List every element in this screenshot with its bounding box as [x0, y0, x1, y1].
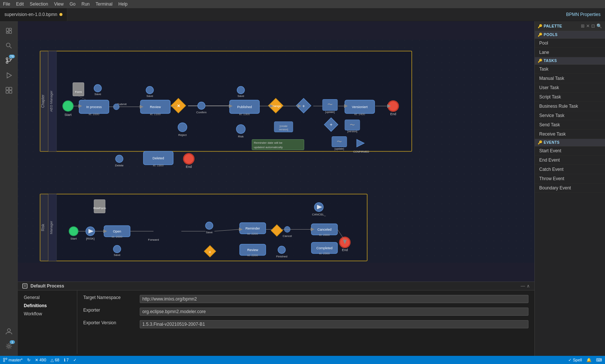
svg-text:kt: 2200: kt: 2200 [248, 254, 258, 257]
section-pools-header: 🔑 POOLS [535, 31, 605, 39]
tab-bpmn[interactable]: supervision-en-1.0.0.bpmn [0, 8, 67, 21]
svg-point-6 [6, 58, 8, 60]
svg-text:Manager: Manager [49, 221, 53, 234]
svg-rect-30 [73, 83, 84, 96]
palette-layout-icon[interactable]: ⊞ [581, 23, 585, 29]
palette-item-task[interactable]: Task [535, 65, 605, 74]
palette-header-icons: ⊞ ✕ ⊡ 🔍 [581, 23, 602, 29]
palette-item-catch-event[interactable]: Catch Event [535, 165, 605, 174]
menu-terminal[interactable]: Terminal [96, 1, 112, 7]
palette-search-icon[interactable]: 🔍 [596, 23, 602, 29]
status-bar: master* ↻ ✕ 490 △ 68 ℹ 7 ✓ ✓ Spell 🔔 ⌨ [0, 356, 605, 364]
palette-item-send-task[interactable]: Send Task [535, 120, 605, 130]
palette-close-icon[interactable]: ✕ [586, 23, 590, 29]
svg-text:Delete: Delete [115, 164, 124, 167]
bpmn-canvas[interactable]: Chapter AEO Manager Start In process kt:… [18, 21, 534, 282]
exporter-version-input[interactable] [140, 320, 528, 328]
palette-item-throw-event[interactable]: Throw Event [535, 174, 605, 183]
notification-status[interactable]: 🔔 [586, 358, 592, 363]
sync-status[interactable]: ↻ [27, 358, 30, 363]
palette-item-script-task[interactable]: Script Task [535, 92, 605, 102]
svg-text:Save: Save [94, 92, 101, 96]
svg-text:kt: 1400: kt: 1400 [355, 113, 365, 116]
account-icon[interactable] [2, 325, 16, 338]
activity-bar: 78 1 [0, 21, 18, 356]
svg-text:✕: ✕ [208, 250, 211, 254]
svg-point-25 [63, 101, 73, 111]
menu-file[interactable]: File [3, 1, 10, 7]
nav-workflow[interactable]: Workflow [18, 310, 77, 318]
palette-item-service-task[interactable]: Service Task [535, 111, 605, 120]
settings-icon[interactable]: 1 [2, 339, 16, 353]
remote-status[interactable]: ⌨ [596, 358, 602, 363]
palette-key-icon: 🔑 [538, 24, 542, 28]
svg-text:Start: Start [64, 113, 72, 117]
editor-area: Chapter AEO Manager Start In process kt:… [18, 21, 534, 356]
svg-text:[version]: [version] [347, 130, 358, 133]
close-panel-button[interactable]: ∧ [527, 283, 530, 289]
branch-status[interactable]: master* [3, 358, 23, 362]
minimize-panel-button[interactable]: — [521, 283, 525, 289]
svg-text:Canceled: Canceled [317, 228, 331, 231]
exporter-input[interactable] [140, 308, 528, 316]
source-control-icon[interactable]: 78 [2, 54, 16, 67]
palette-expand-icon[interactable]: ⊡ [591, 23, 595, 29]
svg-point-4 [6, 43, 10, 47]
svg-text:Review: Review [247, 248, 258, 252]
menu-edit[interactable]: Edit [16, 1, 24, 7]
nav-general[interactable]: General [18, 293, 77, 302]
bottom-panel-header: Default Process — ∧ [18, 282, 534, 290]
search-icon[interactable] [2, 39, 16, 52]
target-namespace-label: Target Namespace [83, 295, 135, 303]
status-right: ✓ Spell 🔔 ⌨ [568, 358, 602, 363]
pools-key-icon: 🔑 [538, 33, 542, 37]
palette-item-end-event[interactable]: End Event [535, 156, 605, 165]
check-status[interactable]: ✓ [73, 358, 77, 363]
main-layout: 78 1 [0, 21, 605, 356]
svg-text:RiskForm: RiskForm [93, 207, 106, 210]
palette-item-boundary-event[interactable]: Boundary Event [535, 183, 605, 193]
target-namespace-input[interactable] [140, 295, 528, 303]
menu-help[interactable]: Help [119, 1, 128, 7]
svg-point-174 [3, 360, 5, 362]
explorer-icon[interactable] [2, 24, 16, 38]
bottom-main: Target Namespace Exporter Exporter Versi… [77, 290, 534, 354]
branch-name: master* [9, 358, 23, 362]
palette-item-pool[interactable]: Pool [535, 39, 605, 48]
svg-text:CANCEL_: CANCEL_ [312, 213, 326, 216]
bottom-panel: Default Process — ∧ General Definitions … [18, 282, 534, 356]
palette-item-business-rule-task[interactable]: Business Rule Task [535, 102, 605, 111]
svg-text:CONFIRMED: CONFIRMED [353, 150, 369, 153]
target-namespace-row: Target Namespace [83, 295, 528, 303]
palette-item-lane[interactable]: Lane [535, 48, 605, 57]
svg-text:Risk: Risk [238, 135, 244, 138]
errors-status[interactable]: ✕ 490 [35, 358, 46, 363]
svg-rect-1 [9, 28, 12, 30]
svg-rect-2 [9, 31, 12, 33]
palette-item-manual-task[interactable]: Manual Task [535, 74, 605, 83]
palette-item-user-task[interactable]: User Task [535, 83, 605, 92]
nav-definitions[interactable]: Definitions [18, 302, 77, 310]
spell-check-status[interactable]: ✓ Spell [568, 358, 582, 363]
menu-bar: File Edit Selection View Go Run Terminal… [0, 0, 605, 8]
svg-point-8 [6, 62, 8, 64]
palette-item-receive-task[interactable]: Receive Task [535, 130, 605, 139]
menu-go[interactable]: Go [69, 1, 75, 7]
exporter-version-row: Exporter Version [83, 320, 528, 328]
menu-selection[interactable]: Selection [30, 1, 48, 7]
svg-text:[RISK]: [RISK] [86, 237, 94, 240]
svg-text:kt: 1900: kt: 1900 [153, 164, 164, 167]
menu-run[interactable]: Run [81, 1, 90, 7]
svg-text:Versioniert: Versioniert [352, 105, 368, 109]
menu-view[interactable]: View [54, 1, 64, 7]
warnings-status[interactable]: △ 68 [51, 358, 59, 363]
palette-item-start-event[interactable]: Start Event [535, 146, 605, 156]
extensions-icon[interactable] [2, 84, 16, 97]
run-debug-icon[interactable] [2, 69, 16, 82]
svg-point-172 [3, 358, 5, 360]
info-status[interactable]: ℹ 7 [64, 358, 69, 363]
tab-modified-dot [59, 13, 62, 16]
svg-rect-0 [6, 28, 9, 31]
tasks-key-icon: 🔑 [538, 59, 542, 63]
svg-text:Save: Save [237, 94, 245, 98]
